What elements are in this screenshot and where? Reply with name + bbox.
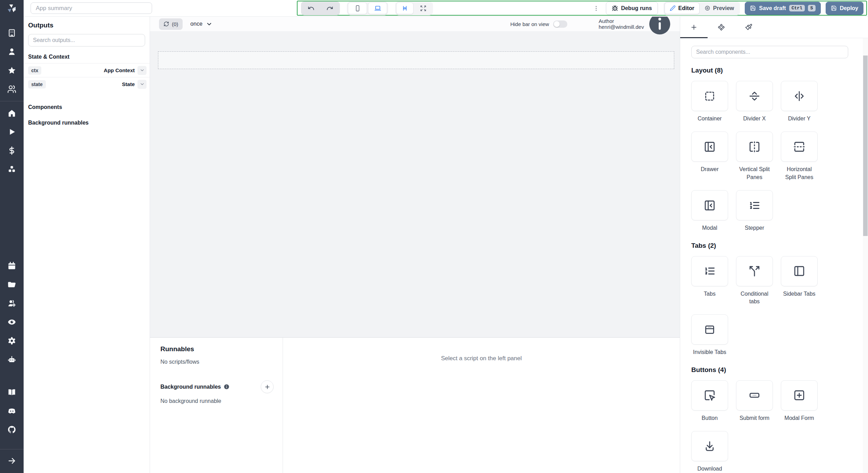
component-label: Container <box>698 115 721 123</box>
run-mode-label: once <box>190 21 202 27</box>
component-card-tabs[interactable]: Tabs <box>691 256 728 306</box>
discord-icon[interactable] <box>7 406 16 415</box>
submit-form-icon <box>736 380 773 411</box>
boxes-icon[interactable] <box>7 165 16 174</box>
tab-preview[interactable]: Preview <box>700 2 739 14</box>
play-icon[interactable] <box>7 127 16 136</box>
panel-left-close-icon <box>691 190 728 220</box>
arrow-right-icon[interactable] <box>7 456 16 465</box>
component-card-conditional-tabs[interactable]: Conditional tabs <box>736 256 773 306</box>
windmill-logo-icon <box>7 3 17 14</box>
component-label: Drawer <box>701 166 719 173</box>
device-toggle-group <box>347 1 388 15</box>
component-card-drawer[interactable]: Drawer <box>691 132 728 181</box>
sidebar-group-1 <box>0 109 24 174</box>
center-canvas-button[interactable] <box>396 2 414 14</box>
component-card-sidebar-tabs[interactable]: Sidebar Tabs <box>781 256 818 306</box>
container-icon <box>691 81 728 111</box>
desktop-view-button[interactable] <box>368 2 387 14</box>
editor-preview-segmented: Editor Preview <box>663 1 740 15</box>
component-card-container[interactable]: Container <box>691 81 728 123</box>
component-grid: ContainerDivider XDivider YDrawerVertica… <box>691 81 859 232</box>
deploy-button[interactable]: Deploy <box>826 2 863 15</box>
component-card-vertical-split-panes[interactable]: Vertical Split Panes <box>736 132 773 181</box>
component-card-modal-form[interactable]: Modal Form <box>781 380 818 422</box>
ctx-expand-button[interactable] <box>137 66 147 75</box>
home-icon[interactable] <box>7 109 16 118</box>
star-icon[interactable] <box>7 66 16 75</box>
output-row-ctx[interactable]: ctx App Context <box>24 63 150 77</box>
panel-left-icon <box>781 256 818 286</box>
eye-icon[interactable] <box>7 318 16 327</box>
building-icon[interactable] <box>7 28 16 37</box>
component-label: Horizontal Split Panes <box>781 166 818 181</box>
tab-styling[interactable] <box>735 17 762 38</box>
save-draft-label: Save draft <box>759 5 786 11</box>
more-options-button[interactable] <box>591 2 601 14</box>
divider-y-icon <box>781 81 818 111</box>
component-card-divider-y[interactable]: Divider Y <box>781 81 818 123</box>
kbd-s: S <box>808 5 816 11</box>
component-card-button[interactable]: Button <box>691 380 728 422</box>
github-icon[interactable] <box>7 425 16 434</box>
users-cog-icon[interactable] <box>7 299 16 308</box>
invisible-tabs-icon <box>691 314 728 345</box>
kbd-ctrl: Ctrl <box>789 5 805 11</box>
settings-icon[interactable] <box>7 336 16 345</box>
output-row-state[interactable]: state State <box>24 77 150 91</box>
tab-editor[interactable]: Editor <box>665 2 700 14</box>
windmill-logo[interactable] <box>0 0 24 17</box>
windmill-app-editor: Debug runs Editor Preview Save draft Ctr… <box>0 0 868 473</box>
run-mode-dropdown[interactable]: once <box>190 21 212 27</box>
component-card-submit-form[interactable]: Submit form <box>736 380 773 422</box>
square-plus-icon <box>781 380 818 411</box>
users-icon[interactable] <box>7 85 16 94</box>
state-expand-button[interactable] <box>137 80 147 89</box>
refresh-count-button[interactable]: (0) <box>159 18 183 30</box>
undo-button[interactable] <box>302 2 320 14</box>
component-card-divider-x[interactable]: Divider X <box>736 81 773 123</box>
book-open-icon[interactable] <box>7 388 16 397</box>
tab-insert-component[interactable] <box>680 17 708 38</box>
dollar-sign-icon[interactable] <box>7 146 16 155</box>
scrollbar-thumb[interactable] <box>863 56 868 236</box>
redo-button[interactable] <box>321 2 339 14</box>
info-icon[interactable] <box>224 384 229 390</box>
component-card-invisible-tabs[interactable]: Invisible Tabs <box>691 314 728 356</box>
debug-runs-button[interactable]: Debug runs <box>606 2 658 15</box>
state-type-label: State <box>122 81 135 87</box>
runnables-empty-text: No scripts/flows <box>160 359 274 365</box>
components-scrollbar[interactable] <box>863 38 868 473</box>
background-runnables-empty-text: No background runnable <box>160 398 274 404</box>
hide-bar-toggle[interactable] <box>553 20 567 28</box>
mobile-view-button[interactable] <box>348 2 367 14</box>
bot-icon[interactable] <box>7 355 16 364</box>
calendar-icon[interactable] <box>7 261 16 270</box>
save-draft-button[interactable]: Save draft Ctrl S <box>745 2 820 15</box>
folder-open-icon[interactable] <box>7 280 16 289</box>
app-summary-input[interactable] <box>31 2 152 14</box>
sidebar-divider <box>0 101 24 101</box>
chevron-down-icon <box>206 21 212 27</box>
add-background-runnable-button[interactable] <box>261 380 274 393</box>
fullscreen-button[interactable] <box>415 2 432 14</box>
component-label: Button <box>702 414 718 422</box>
search-components-input[interactable] <box>691 46 848 58</box>
ctx-type-label: App Context <box>104 67 135 73</box>
outputs-panel: Outputs State & Context ctx App Context … <box>24 17 150 473</box>
search-outputs-input[interactable] <box>28 34 145 47</box>
component-card-download-button[interactable]: Download Button <box>691 431 728 473</box>
user-icon[interactable] <box>7 47 16 56</box>
script-editor-pane: Select a script on the left panel <box>283 338 680 473</box>
component-card-modal[interactable]: Modal <box>691 190 728 232</box>
flip-vertical-icon <box>781 132 818 162</box>
bug-icon <box>612 5 618 11</box>
components-section-title: Components <box>24 104 150 110</box>
tab-component-settings[interactable] <box>708 17 735 38</box>
empty-grid-placeholder[interactable] <box>158 51 674 69</box>
kebab-icon <box>593 5 600 12</box>
component-card-stepper[interactable]: Stepper <box>736 190 773 232</box>
component-card-horizontal-split-panes[interactable]: Horizontal Split Panes <box>781 132 818 181</box>
state-key-chip: state <box>28 80 46 88</box>
app-canvas[interactable] <box>150 31 680 337</box>
